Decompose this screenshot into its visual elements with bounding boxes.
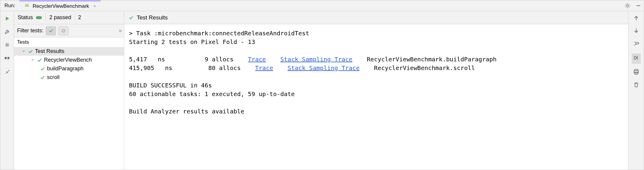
run-label: Run: [0,0,19,11]
check-icon [128,15,134,20]
pin-icon[interactable] [4,68,10,75]
right-toolbar [628,11,644,170]
stack-trace-link[interactable]: Stack Sampling Trace [280,56,353,63]
test-tree[interactable]: Test Results RecyclerViewBench buildPara… [14,47,124,170]
tree-test-label: scroll [47,74,60,81]
console-title: Test Results [137,14,168,21]
previous-frame-icon[interactable] [633,15,640,23]
stack-trace-link[interactable]: Stack Sampling Trace [288,64,360,72]
run-config-tab[interactable]: RecyclerViewBenchmark × [19,0,101,11]
svg-rect-8 [7,57,9,59]
next-frame-icon[interactable] [633,28,640,36]
total-count: 2 [75,14,84,21]
check-icon [40,66,45,72]
run-panel: Run: RecyclerViewBenchmark × [0,0,644,170]
android-icon [24,2,30,10]
tree-test[interactable]: buildParagraph [14,64,124,73]
svg-point-4 [627,5,628,7]
console-output[interactable]: > Task :microbenchmark:connectedReleaseA… [124,24,628,170]
check-icon [40,75,45,80]
tree-class-label: RecyclerViewBench [44,57,92,63]
svg-rect-7 [4,57,6,59]
layout-icon[interactable] [4,55,10,61]
svg-rect-6 [5,43,9,47]
settings-button[interactable] [622,0,633,11]
trace-link[interactable]: Trace [248,56,266,63]
svg-point-1 [28,5,28,6]
scroll-to-end-icon[interactable] [632,53,641,64]
check-icon [37,57,42,63]
show-ignored-button[interactable] [58,26,69,35]
stop-button[interactable] [4,42,10,48]
trace-link[interactable]: Trace [255,64,273,72]
left-toolbar [0,11,14,170]
tree-root-label: Test Results [35,48,64,54]
check-icon [28,49,33,54]
chevron-down-icon[interactable] [31,57,35,63]
more-filters-icon[interactable]: » [119,28,121,34]
status-row: Status 2 passed 2 [14,11,124,24]
passed-label: 2 passed [46,14,75,21]
chevron-down-icon[interactable] [22,48,26,54]
rerun-button[interactable] [4,15,10,22]
filter-row: Filter tests: » [14,24,124,37]
svg-line-3 [28,4,28,5]
titlebar: Run: RecyclerViewBenchmark × [0,0,644,11]
console: Test Results > Task :microbenchmark:conn… [124,11,628,170]
tests-column: Status 2 passed 2 Filter tests: » Tests [14,11,124,170]
print-icon[interactable] [633,69,640,77]
hide-button[interactable] [633,0,644,11]
tree-root[interactable]: Test Results [14,47,124,56]
svg-point-0 [26,5,26,6]
tree-test[interactable]: scroll [14,73,124,82]
close-tab-icon[interactable]: × [92,3,96,9]
console-header: Test Results [124,11,628,24]
filter-label: Filter tests: [17,28,43,34]
status-pill-icon [36,16,42,19]
svg-line-10 [62,30,65,32]
svg-line-2 [25,4,26,5]
show-passed-button[interactable] [46,26,56,35]
status-label: Status [18,14,33,21]
wrench-icon[interactable] [4,28,10,35]
trash-icon[interactable] [633,81,640,89]
tab-label: RecyclerViewBenchmark [33,3,89,9]
soft-wrap-icon[interactable] [633,40,640,48]
tree-test-label: buildParagraph [47,66,83,72]
tests-header: Tests [14,37,124,47]
tree-class[interactable]: RecyclerViewBench [14,56,124,64]
